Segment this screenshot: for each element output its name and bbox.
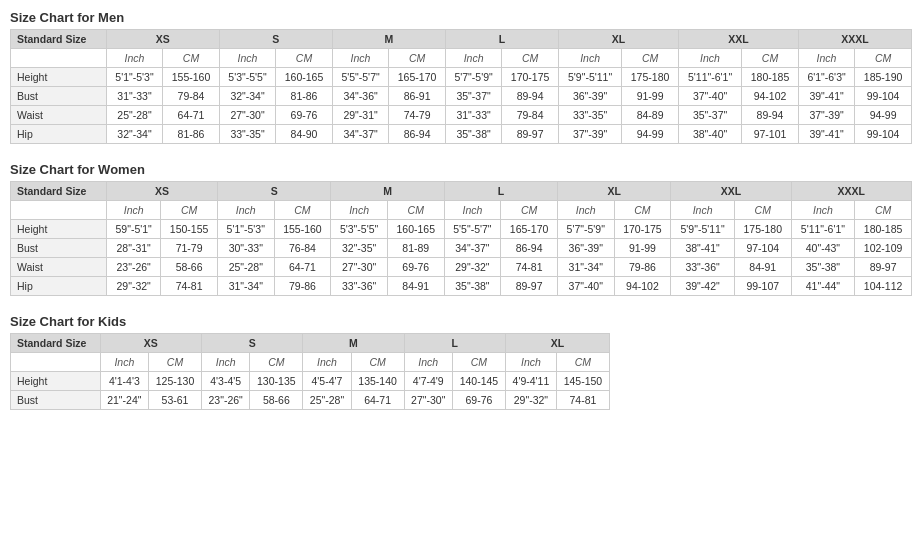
table-cell: 32"-34" xyxy=(106,125,162,144)
table-cell: 5'11"-6'1" xyxy=(791,220,855,239)
table-cell: 25"-28" xyxy=(303,391,351,410)
table-row: Bust21"-24"53-6123"-26"58-6625"-28"64-71… xyxy=(11,391,610,410)
table-row: Height59"-5'1"150-1555'1"-5'3"155-1605'3… xyxy=(11,220,912,239)
table-cell: 81-86 xyxy=(163,125,220,144)
table-cell: 81-89 xyxy=(387,239,444,258)
row-label: Bust xyxy=(11,391,101,410)
row-label: Waist xyxy=(11,106,107,125)
men-xs-cm: CM xyxy=(163,49,220,68)
men-xl-header: XL xyxy=(558,30,678,49)
table-cell: 30"-33" xyxy=(218,239,275,258)
table-cell: 37"-39" xyxy=(558,125,621,144)
men-l-header: L xyxy=(445,30,558,49)
kids-xl-inch: Inch xyxy=(505,353,556,372)
table-cell: 160-165 xyxy=(276,68,333,87)
men-xxxl-cm: CM xyxy=(855,49,912,68)
table-cell: 79-86 xyxy=(274,277,331,296)
table-cell: 32"-35" xyxy=(331,239,388,258)
table-cell: 89-97 xyxy=(502,125,559,144)
women-xxl-inch: Inch xyxy=(671,201,735,220)
table-cell: 39"-41" xyxy=(798,125,854,144)
row-label: Hip xyxy=(11,277,107,296)
table-cell: 5'5"-5'7" xyxy=(444,220,501,239)
table-cell: 170-175 xyxy=(614,220,671,239)
men-xxl-header: XXL xyxy=(678,30,798,49)
table-cell: 86-94 xyxy=(389,125,446,144)
table-cell: 86-91 xyxy=(389,87,446,106)
table-cell: 74-81 xyxy=(161,277,218,296)
table-cell: 94-99 xyxy=(622,125,679,144)
table-cell: 89-97 xyxy=(855,258,912,277)
table-cell: 160-165 xyxy=(387,220,444,239)
men-s-inch: Inch xyxy=(219,49,275,68)
kids-l-cm: CM xyxy=(452,353,505,372)
table-cell: 28"-31" xyxy=(107,239,161,258)
women-xxxl-header: XXXL xyxy=(791,182,911,201)
women-s-cm: CM xyxy=(274,201,331,220)
table-cell: 4'9-4'11 xyxy=(505,372,556,391)
table-cell: 53-61 xyxy=(148,391,201,410)
table-cell: 31"-33" xyxy=(445,106,501,125)
men-m-header: M xyxy=(332,30,445,49)
men-l-inch: Inch xyxy=(445,49,501,68)
kids-table: Standard Size XS S M L XL Inch CM Inch C… xyxy=(10,333,610,410)
table-cell: 94-102 xyxy=(614,277,671,296)
kids-chart: Size Chart for Kids Standard Size XS S M… xyxy=(10,314,912,410)
table-cell: 29"-31" xyxy=(332,106,388,125)
table-row: Bust31"-33"79-8432"-34"81-8634"-36"86-91… xyxy=(11,87,912,106)
table-cell: 39"-42" xyxy=(671,277,735,296)
kids-xs-inch: Inch xyxy=(100,353,148,372)
table-cell: 74-81 xyxy=(556,391,609,410)
table-cell: 21"-24" xyxy=(100,391,148,410)
table-cell: 27"-30" xyxy=(331,258,388,277)
table-cell: 5'3"-5'5" xyxy=(219,68,275,87)
table-cell: 99-104 xyxy=(855,125,912,144)
table-cell: 69-76 xyxy=(452,391,505,410)
men-xl-cm: CM xyxy=(622,49,679,68)
table-cell: 76-84 xyxy=(274,239,331,258)
table-cell: 5'9"-5'11" xyxy=(671,220,735,239)
women-xxxl-cm: CM xyxy=(855,201,912,220)
table-cell: 37"-40" xyxy=(678,87,741,106)
table-cell: 175-180 xyxy=(734,220,791,239)
table-cell: 81-86 xyxy=(276,87,333,106)
table-cell: 64-71 xyxy=(351,391,404,410)
table-cell: 99-107 xyxy=(734,277,791,296)
table-cell: 36"-39" xyxy=(558,87,621,106)
table-cell: 38"-40" xyxy=(678,125,741,144)
men-l-cm: CM xyxy=(502,49,559,68)
table-cell: 31"-34" xyxy=(558,258,615,277)
table-cell: 140-145 xyxy=(452,372,505,391)
kids-xs-cm: CM xyxy=(148,353,201,372)
men-xs-header: XS xyxy=(106,30,219,49)
men-unit-spacer xyxy=(11,49,107,68)
table-cell: 5'5"-5'7" xyxy=(332,68,388,87)
table-cell: 5'9"-5'11" xyxy=(558,68,621,87)
table-cell: 84-91 xyxy=(734,258,791,277)
table-cell: 71-79 xyxy=(161,239,218,258)
table-cell: 35"-38" xyxy=(444,277,501,296)
table-cell: 185-190 xyxy=(855,68,912,87)
row-label: Waist xyxy=(11,258,107,277)
kids-standard-size-header: Standard Size xyxy=(11,334,101,353)
men-xxxl-inch: Inch xyxy=(798,49,854,68)
table-cell: 23"-26" xyxy=(107,258,161,277)
men-table: Standard Size XS S M L XL XXL XXXL Inch … xyxy=(10,29,912,144)
table-cell: 27"-30" xyxy=(404,391,452,410)
kids-xl-header: XL xyxy=(505,334,609,353)
table-cell: 4'3-4'5 xyxy=(202,372,250,391)
table-cell: 5'11"-6'1" xyxy=(678,68,741,87)
table-cell: 36"-39" xyxy=(558,239,615,258)
women-xxxl-inch: Inch xyxy=(791,201,855,220)
women-xl-inch: Inch xyxy=(558,201,615,220)
table-cell: 99-104 xyxy=(855,87,912,106)
table-cell: 25"-28" xyxy=(218,258,275,277)
table-cell: 5'3"-5'5" xyxy=(331,220,388,239)
table-cell: 29"-32" xyxy=(505,391,556,410)
table-row: Waist25"-28"64-7127"-30"69-7629"-31"74-7… xyxy=(11,106,912,125)
kids-m-inch: Inch xyxy=(303,353,351,372)
women-chart: Size Chart for Women Standard Size XS S … xyxy=(10,162,912,296)
table-cell: 91-99 xyxy=(614,239,671,258)
table-cell: 38"-41" xyxy=(671,239,735,258)
table-row: Hip29"-32"74-8131"-34"79-8633"-36"84-913… xyxy=(11,277,912,296)
